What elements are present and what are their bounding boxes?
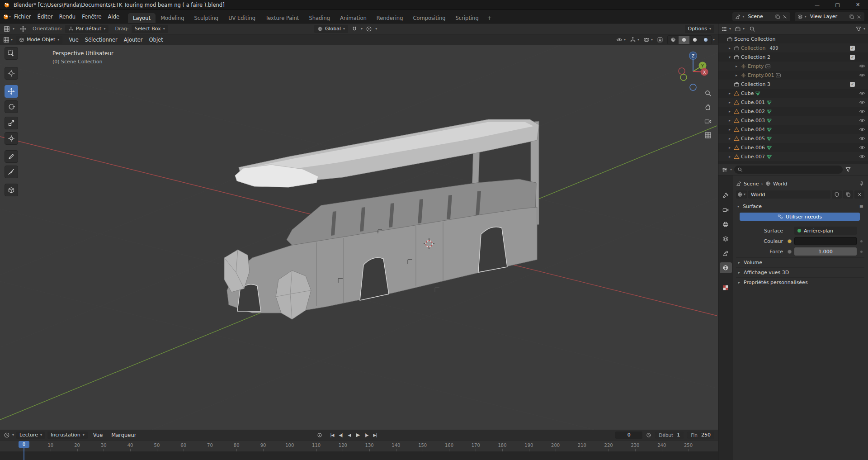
minimize-button[interactable]: — [807,0,827,9]
visibility-dropdown-icon[interactable] [616,37,623,43]
timeline-menu-marqueur[interactable]: Marqueur [108,432,139,438]
tab-uv-editing[interactable]: UV Editing [223,13,260,23]
outliner-row-scene-collection[interactable]: Scene Collection [718,34,868,43]
hide-eye-icon[interactable] [859,135,865,142]
section-affichage-vues-3d[interactable]: ▸Affichage vues 3D [736,267,864,277]
disclosure-closed-icon[interactable]: ▸ [734,73,739,77]
panel-menu-icon[interactable]: ≡ [859,204,863,209]
outliner-row-cube-003[interactable]: ▸Cube.003 [718,116,868,125]
remove-view-layer-icon[interactable] [856,14,862,19]
menu-fichier[interactable]: Fichier [11,14,34,20]
options-dropdown[interactable]: Options ▾ [685,25,714,33]
hide-eye-icon[interactable] [859,90,865,96]
outliner-row-cube-006[interactable]: ▸Cube.006 [718,143,868,152]
tool-transform-button[interactable] [5,132,18,145]
shading-rendered-button[interactable] [700,36,711,44]
display-mode-icon[interactable] [735,26,741,32]
timeline-jump-to-start-button[interactable]: |◀ [328,433,336,437]
timeline-ruler[interactable]: 0 01020304050607080901001101201301401501… [0,440,718,452]
toggle-ortho-icon[interactable] [704,132,712,139]
zoom-tool-icon[interactable] [704,90,712,97]
tool-fallback-icon[interactable] [4,26,10,32]
timeline-play-button[interactable]: ▶ [354,432,362,438]
disclosure-closed-icon[interactable]: ▸ [727,119,732,123]
unlink-scene-icon[interactable] [782,14,788,19]
scene-selector[interactable]: ▾ Scene [732,12,790,21]
hide-eye-icon[interactable] [859,72,865,78]
scene-icon[interactable] [736,181,741,186]
disclosure-closed-icon[interactable]: ▸ [734,64,739,68]
disclosure-closed-icon[interactable]: ▸ [727,155,732,159]
animate-decorator-icon[interactable] [860,251,863,253]
world-name-field[interactable]: World [748,190,830,199]
outliner-row-collection-2[interactable]: ▾Collection 2✓ [718,52,868,62]
menu-rendu[interactable]: Rendu [56,14,79,20]
properties-tab-scene[interactable] [720,248,732,259]
unlink-world-button[interactable] [854,190,864,199]
browse-world-button[interactable]: ▾ [736,190,747,199]
viewport-canvas[interactable] [0,45,718,430]
animate-decorator-icon[interactable] [860,240,863,242]
disclosure-closed-icon[interactable]: ▸ [727,100,732,104]
properties-tab-render[interactable] [720,204,732,215]
tool-measure-button[interactable] [5,166,18,178]
timeline-play-reverse-button[interactable]: ◀ [345,433,353,437]
color-swatch[interactable] [794,237,857,245]
outliner-row-cube-004[interactable]: ▸Cube.004 [718,125,868,134]
properties-tab-tool[interactable] [720,190,732,201]
auto-keying-toggle[interactable] [316,432,323,438]
section-volume[interactable]: ▸Volume [736,257,864,267]
outliner-row-empty[interactable]: ▸Empty [718,62,868,71]
camera-view-icon[interactable] [704,118,712,125]
properties-tab-world[interactable] [720,262,732,273]
menu-editer[interactable]: Éditer [34,14,56,20]
playhead[interactable]: 0 [19,441,29,448]
hide-eye-icon[interactable] [859,63,865,69]
outliner-row-cube[interactable]: ▸Cube [718,89,868,98]
tab-layout[interactable]: Layout [128,13,156,23]
properties-tab-texture[interactable] [720,282,732,293]
tool-rotate-button[interactable] [5,100,18,113]
outliner-row-empty-001[interactable]: ▸Empty.001 [718,71,868,80]
editor-type-properties-button[interactable] [722,166,728,173]
proportional-editing-toggle[interactable] [366,26,372,32]
tab-texture-paint[interactable]: Texture Paint [260,13,304,23]
disclosure-closed-icon[interactable]: ▸ [727,137,732,141]
tool-add-cube-button[interactable] [5,184,18,196]
3d-viewport[interactable]: Perspective Utilisateur (0) Scene Collec… [0,45,718,430]
add-workspace-button[interactable]: + [484,13,495,23]
exclude-checkbox[interactable]: ✓ [850,46,855,51]
hide-eye-icon[interactable] [859,99,865,105]
properties-tab-output[interactable] [720,219,732,230]
hide-eye-icon[interactable] [859,144,865,151]
bus-model[interactable] [224,119,539,319]
frame-end-field[interactable]: Fin 250 [687,432,714,439]
gizmo-neg-z-ball[interactable] [690,84,696,90]
surface-shader-dropdown[interactable]: Arrière-plan [794,227,857,235]
breadcrumb-scene[interactable]: Scene [744,181,759,187]
viewport-menu-objet[interactable]: Objet [146,37,166,43]
properties-search-field[interactable] [734,166,843,174]
tool-select-box-button[interactable] [5,47,18,60]
new-world-button[interactable] [843,190,853,199]
outliner-row-collection[interactable]: ▸Collection499✓ [718,43,868,52]
outliner-row-cube-002[interactable]: ▸Cube.002 [718,107,868,116]
strength-slider[interactable]: 1.000 [794,247,857,256]
editor-type-3d-viewport-button[interactable] [3,37,9,43]
tool-scale-button[interactable] [5,117,18,129]
timeline-jump-to-prev-keyframe-button[interactable]: ◀| [337,433,344,437]
disclosure-closed-icon[interactable]: ▸ [727,128,732,132]
new-scene-icon[interactable] [775,14,780,19]
tab-shading[interactable]: Shading [304,13,335,23]
hide-eye-icon[interactable] [859,153,865,160]
shading-wireframe-button[interactable] [668,36,679,44]
viewport-menu-vue[interactable]: Vue [66,37,81,43]
breadcrumb-world[interactable]: World [773,181,788,187]
blender-menu-icon[interactable] [3,14,9,20]
outliner-row-cube-001[interactable]: ▸Cube.001 [718,98,868,107]
view-layer-selector[interactable]: ▾ View Layer [795,12,864,21]
timeline-jump-to-end-button[interactable]: ▶| [371,433,379,437]
mode-dropdown[interactable]: Mode Objet ▾ [16,36,62,44]
hide-eye-icon[interactable] [859,117,865,123]
gizmo-neg-y-ball[interactable] [680,74,687,81]
